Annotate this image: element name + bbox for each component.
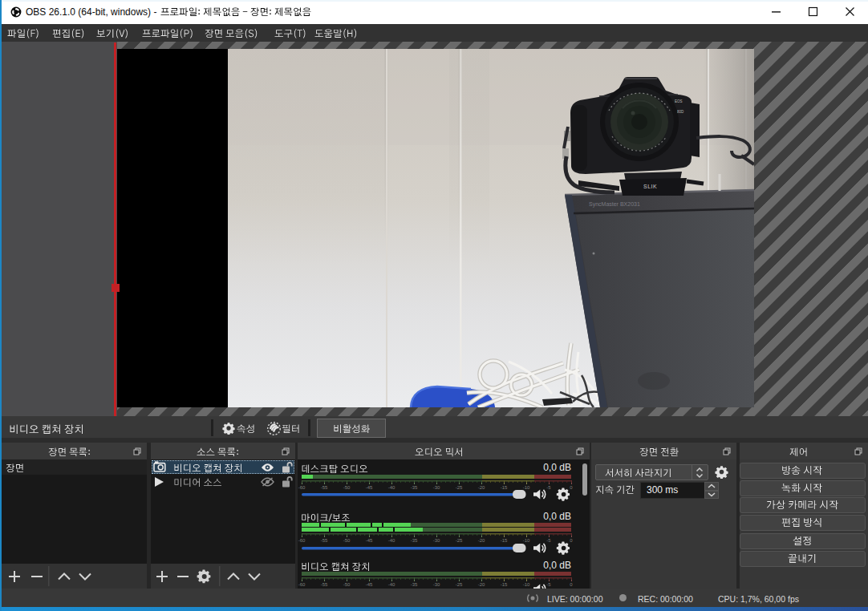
svg-text:-5: -5 — [546, 538, 551, 543]
svg-text:-35: -35 — [411, 485, 418, 490]
svg-text:-35: -35 — [411, 582, 418, 587]
svg-text:-55: -55 — [321, 582, 328, 587]
svg-text:-15: -15 — [501, 582, 508, 587]
svg-text:-5: -5 — [546, 582, 551, 587]
svg-text:-55: -55 — [321, 485, 328, 490]
svg-text:0: 0 — [570, 538, 573, 543]
svg-text:EOS: EOS — [675, 99, 683, 103]
svg-text:SLIK: SLIK — [643, 184, 657, 189]
svg-text:-30: -30 — [433, 582, 440, 587]
svg-text:-40: -40 — [388, 582, 395, 587]
svg-text:-50: -50 — [343, 538, 351, 543]
svg-text:80D: 80D — [677, 110, 684, 114]
svg-text:-25: -25 — [456, 538, 463, 543]
svg-text:-50: -50 — [343, 485, 351, 490]
svg-text:-20: -20 — [478, 538, 485, 543]
svg-text:-45: -45 — [366, 538, 373, 543]
svg-text:-35: -35 — [411, 538, 418, 543]
svg-text:0: 0 — [570, 485, 573, 490]
svg-text:-60: -60 — [298, 538, 306, 543]
svg-text:-45: -45 — [366, 582, 373, 587]
svg-text:-40: -40 — [388, 485, 395, 490]
svg-text:-30: -30 — [433, 538, 440, 543]
svg-text:-10: -10 — [523, 582, 530, 587]
svg-text:-45: -45 — [366, 485, 373, 490]
svg-text:-10: -10 — [523, 485, 530, 490]
svg-text:-40: -40 — [388, 538, 395, 543]
svg-text:-60: -60 — [298, 485, 306, 490]
svg-text:-20: -20 — [478, 582, 485, 587]
svg-text:-20: -20 — [478, 485, 485, 490]
svg-text:-50: -50 — [343, 582, 351, 587]
svg-text:SyncMaster BX2031: SyncMaster BX2031 — [589, 201, 640, 208]
svg-text:-15: -15 — [501, 538, 508, 543]
svg-text:-10: -10 — [523, 538, 530, 543]
svg-text:-25: -25 — [456, 485, 463, 490]
svg-text:-55: -55 — [321, 538, 328, 543]
svg-text:0: 0 — [570, 582, 573, 587]
svg-text:-5: -5 — [546, 485, 551, 490]
svg-text:-30: -30 — [433, 485, 440, 490]
svg-text:-60: -60 — [298, 582, 306, 587]
svg-text:-15: -15 — [501, 485, 508, 490]
svg-text:-25: -25 — [456, 582, 463, 587]
